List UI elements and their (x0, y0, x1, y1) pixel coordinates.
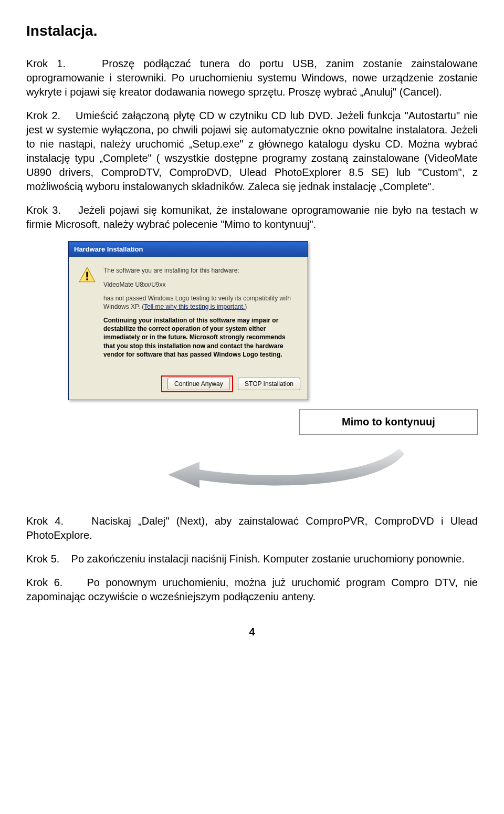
dialog-titlebar: Hardware Installation (69, 242, 308, 257)
dialog-device-name: VideoMate U8xx/U9xx (103, 280, 298, 289)
dialog-line-2b: ) (245, 303, 247, 310)
dialog-button-row: Continue Anyway STOP Installation (69, 371, 308, 400)
step-4-text: Krok 4. Naciskaj „Dalej" (Next), aby zai… (26, 514, 478, 542)
hardware-installation-dialog: Hardware Installation The software you a… (68, 241, 308, 400)
step-2-text: Krok 2. Umieścić załączoną płytę CD w cz… (26, 109, 478, 194)
dialog-line-1: The software you are installing for this… (103, 266, 298, 275)
step-3-text: Krok 3. Jeżeli pojawi się komunikat, że … (26, 203, 478, 232)
page-title: Instalacja. (26, 21, 478, 41)
stop-installation-button[interactable]: STOP Installation (238, 378, 300, 390)
warning-icon (78, 266, 96, 284)
callout-label: Mimo to kontynuuj (299, 409, 478, 435)
dialog-link[interactable]: Tell me why this testing is important. (144, 303, 245, 310)
arrow-icon (168, 448, 404, 491)
svg-rect-1 (86, 272, 88, 278)
page-number: 4 (26, 625, 478, 639)
step-6-text: Krok 6. Po ponownym uruchomieniu, można … (26, 576, 478, 604)
continue-button-highlight: Continue Anyway (161, 375, 233, 392)
step-1-text: Krok 1. Proszę podłączać tunera do portu… (26, 57, 478, 99)
dialog-warning-bold: Continuing your installation of this sof… (103, 316, 298, 359)
continue-anyway-button[interactable]: Continue Anyway (167, 378, 230, 390)
svg-rect-2 (86, 279, 88, 280)
dialog-screenshot-area: Hardware Installation The software you a… (26, 241, 478, 514)
step-5-text: Krok 5. Po zakończeniu instalacji naciśn… (26, 552, 478, 566)
dialog-line-2: has not passed Windows Logo testing to v… (103, 294, 298, 311)
